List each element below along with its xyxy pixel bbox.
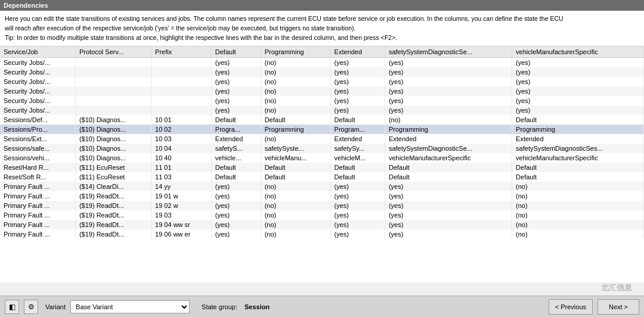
- cell-r3-c1: [75, 86, 151, 96]
- cell-r0-c3: (yes): [211, 58, 261, 68]
- icon-btn-2[interactable]: ⚙: [24, 300, 38, 314]
- desc-line1: Here you can edit the state transitions …: [5, 14, 639, 24]
- state-group-label: State group:: [202, 303, 237, 310]
- cell-r1-c2: [151, 67, 212, 77]
- table-row[interactable]: Primary Fault ...($19) ReadDt...19 01 w(…: [0, 191, 644, 201]
- table-row[interactable]: Sessions/Pro...($10) Diagnos...10 02Prog…: [0, 125, 644, 134]
- cell-r7-c0: Sessions/Pro...: [0, 125, 75, 134]
- icon-btn-1[interactable]: ◧: [5, 300, 19, 314]
- cell-r7-c1: ($10) Diagnos...: [75, 125, 151, 134]
- cell-r13-c0: Primary Fault ...: [0, 182, 75, 191]
- title-label: Dependencies: [4, 2, 48, 9]
- dependencies-table: Service/Job Protocol Serv... Prefix Defa…: [0, 46, 644, 239]
- cell-r9-c0: Sessions/safe...: [0, 144, 75, 153]
- cell-r3-c6: (yes): [385, 86, 512, 96]
- table-row[interactable]: Security Jobs/...(yes)(no)(yes)(yes)(yes…: [0, 67, 644, 77]
- cell-r4-c5: (yes): [330, 96, 385, 105]
- cell-r11-c1: ($11) EcuReset: [75, 163, 151, 172]
- cell-r13-c2: 14 yy: [151, 182, 212, 191]
- table-row[interactable]: Security Jobs/...(yes)(no)(yes)(yes)(yes…: [0, 86, 644, 96]
- table-row[interactable]: Sessions/Def...($10) Diagnos...10 01Defa…: [0, 115, 644, 125]
- cell-r3-c2: [151, 86, 212, 96]
- cell-r15-c0: Primary Fault ...: [0, 201, 75, 210]
- cell-r12-c6: Default: [385, 172, 512, 182]
- cell-r9-c5: safetySy...: [330, 144, 385, 153]
- cell-r6-c3: Default: [211, 115, 261, 125]
- table-row[interactable]: Primary Fault ...($19) ReadDt...19 04 ww…: [0, 220, 644, 229]
- cell-r8-c0: Sessions/Ext...: [0, 134, 75, 144]
- main-content: Service/Job Protocol Serv... Prefix Defa…: [0, 46, 644, 282]
- cell-r5-c3: (yes): [211, 105, 261, 115]
- cell-r0-c0: Security Jobs/...: [0, 58, 75, 68]
- prev-button[interactable]: < Previous: [549, 299, 593, 315]
- cell-r13-c1: ($14) ClearDi...: [75, 182, 151, 191]
- table-row[interactable]: Primary Fault ...($19) ReadDt...19 06 ww…: [0, 229, 644, 239]
- table-row[interactable]: Sessions/vehi...($10) Diagnos...10 40veh…: [0, 153, 644, 163]
- cell-r5-c4: (no): [261, 105, 330, 115]
- table-container[interactable]: Service/Job Protocol Serv... Prefix Defa…: [0, 46, 644, 282]
- cell-r0-c2: [151, 58, 212, 68]
- cell-r12-c5: Default: [330, 172, 385, 182]
- cell-r10-c5: vehicleM...: [330, 153, 385, 163]
- cell-r3-c4: (no): [261, 86, 330, 96]
- cell-r5-c6: (yes): [385, 105, 512, 115]
- table-row[interactable]: Security Jobs/...(yes)(no)(yes)(yes)(yes…: [0, 96, 644, 105]
- desc-line3: Tip: In order to modify multiple state t…: [5, 33, 639, 43]
- cell-r17-c2: 19 04 ww sr: [151, 220, 212, 229]
- cell-r2-c6: (yes): [385, 77, 512, 86]
- table-header-row: Service/Job Protocol Serv... Prefix Defa…: [0, 46, 644, 58]
- cell-r5-c1: [75, 105, 151, 115]
- cell-r18-c0: Primary Fault ...: [0, 229, 75, 239]
- cell-r18-c3: (yes): [211, 229, 261, 239]
- variant-select[interactable]: Base Variant: [70, 300, 190, 313]
- cell-r9-c7: safetySystemDiagnosticSes...: [512, 144, 644, 153]
- cell-r0-c4: (no): [261, 58, 330, 68]
- cell-r13-c6: (yes): [385, 182, 512, 191]
- cell-r11-c6: Default: [385, 163, 512, 172]
- cell-r1-c5: (yes): [330, 67, 385, 77]
- next-button[interactable]: Next >: [597, 299, 639, 315]
- table-row[interactable]: Sessions/Ext...($10) Diagnos...10 03Exte…: [0, 134, 644, 144]
- table-row[interactable]: Primary Fault ...($14) ClearDi...14 yy(y…: [0, 182, 644, 191]
- cell-r8-c2: 10 03: [151, 134, 212, 144]
- cell-r0-c1: [75, 58, 151, 68]
- cell-r15-c6: (yes): [385, 201, 512, 210]
- table-row[interactable]: Primary Fault ...($19) ReadDt...19 02 w(…: [0, 201, 644, 210]
- cell-r12-c1: ($11) EcuReset: [75, 172, 151, 182]
- table-row[interactable]: Security Jobs/...(yes)(no)(yes)(yes)(yes…: [0, 77, 644, 86]
- cell-r13-c4: (no): [261, 182, 330, 191]
- watermark: 北汇信息: [601, 282, 632, 293]
- cell-r11-c3: Default: [211, 163, 261, 172]
- cell-r10-c6: vehicleManufacturerSpecific: [385, 153, 512, 163]
- table-row[interactable]: Security Jobs/...(yes)(no)(yes)(yes)(yes…: [0, 58, 644, 68]
- cell-r8-c7: Extended: [512, 134, 644, 144]
- cell-r15-c1: ($19) ReadDt...: [75, 201, 151, 210]
- cell-r16-c5: (yes): [330, 210, 385, 220]
- table-body: Security Jobs/...(yes)(no)(yes)(yes)(yes…: [0, 58, 644, 240]
- cell-r17-c6: (yes): [385, 220, 512, 229]
- table-row[interactable]: Security Jobs/...(yes)(no)(yes)(yes)(yes…: [0, 105, 644, 115]
- cell-r6-c4: Default: [261, 115, 330, 125]
- cell-r6-c7: Default: [512, 115, 644, 125]
- cell-r0-c7: (yes): [512, 58, 644, 68]
- cell-r16-c2: 19 03: [151, 210, 212, 220]
- cell-r6-c2: 10 01: [151, 115, 212, 125]
- cell-r15-c3: (yes): [211, 201, 261, 210]
- cell-r1-c3: (yes): [211, 67, 261, 77]
- description-panel: Here you can edit the state transitions …: [0, 11, 644, 46]
- cell-r4-c0: Security Jobs/...: [0, 96, 75, 105]
- cell-r15-c4: (no): [261, 201, 330, 210]
- cell-r1-c6: (yes): [385, 67, 512, 77]
- cell-r14-c1: ($19) ReadDt...: [75, 191, 151, 201]
- cell-r1-c7: (yes): [512, 67, 644, 77]
- cell-r0-c5: (yes): [330, 58, 385, 68]
- cell-r12-c3: Default: [211, 172, 261, 182]
- table-row[interactable]: Sessions/safe...($10) Diagnos...10 04saf…: [0, 144, 644, 153]
- cell-r3-c5: (yes): [330, 86, 385, 96]
- page-icon: ◧: [9, 303, 16, 311]
- variant-label: Variant: [45, 303, 66, 310]
- cell-r2-c0: Security Jobs/...: [0, 77, 75, 86]
- table-row[interactable]: Reset/Hard R...($11) EcuReset11 01Defaul…: [0, 163, 644, 172]
- table-row[interactable]: Reset/Soft R...($11) EcuReset11 03Defaul…: [0, 172, 644, 182]
- table-row[interactable]: Primary Fault ...($19) ReadDt...19 03(ye…: [0, 210, 644, 220]
